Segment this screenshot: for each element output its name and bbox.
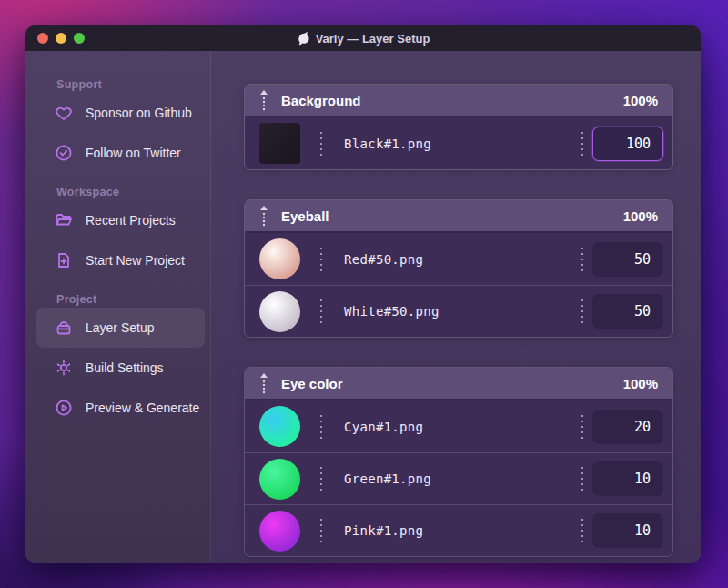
layer-row: White#50.png [245, 285, 672, 337]
zoom-window-button[interactable] [74, 33, 85, 44]
layer-thumbnail [259, 123, 300, 164]
layer-row: Cyan#1.png [245, 400, 672, 452]
layer-group-eye-color: Eye color 100% Cyan#1.png Green#1.png [244, 367, 673, 557]
layer-group-title: Eyeball [281, 208, 329, 224]
sidebar-section-project: Project Layer Setup Build Settings Previ… [25, 293, 210, 428]
layer-weight-input[interactable] [592, 242, 663, 277]
layer-group-percent: 100% [623, 376, 658, 391]
section-label-project: Project [25, 293, 210, 306]
layer-filename: White#50.png [344, 304, 440, 319]
drag-handle-icon[interactable] [259, 205, 268, 227]
layer-group-background: Background 100% Black#1.png [244, 84, 673, 170]
layer-filename: Black#1.png [344, 137, 431, 151]
section-label-support: Support [25, 78, 210, 91]
window-title: Varly — Layer Setup [297, 32, 430, 46]
layer-row: Green#1.png [245, 452, 672, 504]
minimize-window-button[interactable] [56, 33, 66, 44]
sidebar-item-label: Layer Setup [86, 320, 155, 335]
drag-handle-icon[interactable] [259, 372, 268, 394]
layer-row: Red#50.png [245, 233, 672, 285]
dotted-divider [320, 415, 322, 439]
sidebar-item-label: Start New Project [86, 253, 185, 268]
dotted-divider [320, 248, 322, 271]
layers-icon [55, 319, 73, 337]
layer-group-header: Eye color 100% [245, 368, 672, 400]
sidebar-item-layer-setup[interactable]: Layer Setup [36, 308, 205, 348]
layer-thumbnail [259, 511, 300, 552]
play-circle-icon [55, 399, 73, 417]
layer-filename: Pink#1.png [344, 523, 423, 538]
layer-group-eyeball: Eyeball 100% Red#50.png White#50.png [244, 199, 673, 338]
layer-weight-input[interactable] [592, 294, 663, 329]
sidebar-item-label: Sponsor on Github [86, 106, 192, 120]
sidebar-item-preview-generate[interactable]: Preview & Generate [36, 388, 205, 428]
sidebar: Support Sponsor on Github Follow on Twit… [25, 51, 211, 563]
layer-group-percent: 100% [623, 208, 658, 224]
sidebar-section-workspace: Workspace Recent Projects Start New Proj… [25, 186, 210, 280]
sidebar-item-recent-projects[interactable]: Recent Projects [36, 200, 205, 240]
gear-icon [55, 359, 73, 377]
sidebar-item-label: Build Settings [86, 360, 164, 375]
dotted-divider [581, 132, 583, 156]
layer-group-header: Background 100% [245, 85, 672, 117]
layer-thumbnail [259, 459, 300, 500]
dotted-divider [581, 248, 583, 271]
window-title-text: Varly — Layer Setup [316, 32, 430, 46]
layer-filename: Cyan#1.png [344, 420, 423, 434]
layer-weight-input[interactable] [592, 127, 663, 161]
layer-weight-input[interactable] [592, 410, 663, 444]
close-window-button[interactable] [37, 33, 48, 44]
app-window: Varly — Layer Setup Support Sponsor on G… [25, 25, 701, 563]
section-label-workspace: Workspace [25, 186, 210, 198]
traffic-lights [37, 33, 85, 44]
folder-icon [55, 211, 73, 229]
layer-weight-input[interactable] [592, 513, 663, 548]
sidebar-item-sponsor-on-github[interactable]: Sponsor on Github [36, 93, 205, 133]
dotted-divider [581, 467, 583, 491]
sidebar-item-start-new-project[interactable]: Start New Project [36, 240, 205, 280]
layer-row: Pink#1.png [245, 504, 672, 556]
dotted-divider [320, 132, 322, 156]
sidebar-item-follow-on-twitter[interactable]: Follow on Twitter [36, 133, 205, 173]
dotted-divider [320, 467, 322, 491]
sidebar-item-label: Preview & Generate [86, 400, 199, 415]
file-plus-icon [55, 251, 73, 269]
dotted-divider [581, 519, 583, 542]
layer-group-title: Background [281, 93, 361, 108]
sidebar-item-label: Follow on Twitter [86, 146, 181, 160]
dotted-divider [581, 415, 583, 439]
layer-group-header: Eyeball 100% [245, 200, 672, 233]
layer-thumbnail [259, 238, 300, 279]
layer-filename: Red#50.png [344, 252, 423, 267]
layer-weight-input[interactable] [592, 461, 663, 496]
layer-setup-panel: Background 100% Black#1.png Eyeball 100% [211, 51, 701, 563]
dotted-divider [320, 299, 322, 323]
check-badge-icon [55, 144, 73, 162]
layer-group-percent: 100% [623, 93, 658, 108]
heart-icon [55, 104, 73, 122]
sidebar-section-support: Support Sponsor on Github Follow on Twit… [25, 78, 210, 173]
layer-group-title: Eye color [281, 376, 343, 391]
layer-row: Black#1.png [245, 117, 672, 169]
unicorn-app-icon [297, 32, 310, 46]
dotted-divider [581, 299, 583, 323]
sidebar-item-build-settings[interactable]: Build Settings [36, 348, 205, 388]
layer-thumbnail [259, 291, 300, 332]
layer-thumbnail [259, 406, 300, 447]
dotted-divider [320, 519, 322, 542]
layer-filename: Green#1.png [344, 471, 431, 486]
sidebar-item-label: Recent Projects [86, 213, 176, 228]
title-bar[interactable]: Varly — Layer Setup [25, 25, 701, 51]
drag-handle-icon[interactable] [259, 89, 268, 111]
